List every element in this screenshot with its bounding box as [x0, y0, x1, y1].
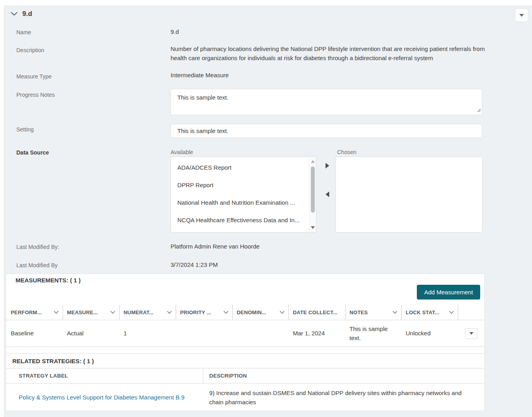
setting-label: Setting [16, 126, 34, 133]
column-header-measure[interactable]: MEASURE... [63, 305, 120, 320]
priority-cell [176, 320, 233, 347]
measurements-table: PERFORM... MEASURE... NUMERAT... PRIORIT… [6, 305, 484, 347]
panel-menu-button[interactable] [515, 8, 528, 22]
column-header-denominator[interactable]: DENOMIN... [233, 305, 289, 320]
progress-notes-textarea[interactable]: This is sample text. [171, 89, 482, 115]
setting-input[interactable] [171, 124, 482, 138]
caret-down-icon [519, 14, 524, 17]
list-item[interactable]: National Health and Nutrition Examinatio… [171, 194, 316, 211]
table-row: Policy & Systems Level Support for Diabe… [6, 384, 484, 411]
description-label: Description [16, 47, 44, 53]
column-header-priority[interactable]: PRIORITY ... [176, 305, 233, 320]
last-modified-by-label: Last Modified By: [16, 244, 59, 250]
chosen-listbox[interactable] [336, 157, 483, 233]
measure-cell: Actual [63, 320, 120, 347]
scroll-up-icon[interactable] [311, 160, 315, 163]
data-source-label: Data Source [16, 149, 49, 156]
sort-chevron-icon [447, 311, 454, 314]
collapse-chevron-icon[interactable] [11, 12, 18, 16]
add-measurement-button[interactable]: Add Measurement [417, 285, 480, 300]
progress-notes-label: Progress Notes [16, 92, 55, 98]
sort-chevron-icon [108, 311, 115, 314]
column-header-description: DESCRIPTION [203, 368, 484, 383]
scrollbar-thumb[interactable] [311, 166, 315, 213]
name-label: Name [16, 29, 31, 35]
column-header-numerator[interactable]: NUMERAT... [120, 305, 176, 320]
column-header-actions [458, 305, 484, 320]
list-item[interactable]: ADA/ADCES Report [171, 159, 316, 176]
sort-chevron-icon [221, 311, 228, 314]
related-strategies-table: STRATEGY LABEL DESCRIPTION Policy & Syst… [6, 368, 484, 411]
notes-cell: This is sample text. [346, 320, 402, 347]
scroll-down-icon[interactable] [311, 226, 315, 229]
measurements-table-header: PERFORM... MEASURE... NUMERAT... PRIORIT… [6, 305, 484, 320]
sort-chevron-icon [51, 311, 59, 314]
description-value: Number of pharmacy locations delivering … [171, 44, 489, 63]
measurements-heading: MEASUREMENTS: ( 1 ) [16, 277, 80, 284]
column-header-strategy-label: STRATEGY LABEL [6, 368, 203, 383]
date-collected-cell: Mar 1, 2024 [289, 320, 346, 347]
name-value: 9.d [171, 27, 179, 36]
column-header-date-collected[interactable]: DATE COLLECT... [289, 305, 346, 320]
available-list-label: Available [171, 149, 193, 155]
measure-detail-panel: 9.d Name 9.d Description Number of pharm… [4, 6, 532, 417]
sort-chevron-icon [165, 311, 172, 314]
denominator-cell [233, 320, 289, 347]
triangle-right-icon [326, 163, 329, 168]
row-actions-cell [458, 320, 484, 347]
column-header-lock-status[interactable]: LOCK STAT... [402, 305, 458, 320]
related-strategies-table-header: STRATEGY LABEL DESCRIPTION [6, 368, 484, 384]
list-item[interactable]: NCQA Healthcare Effectiveness Data and I… [171, 211, 316, 229]
lock-status-cell: Unlocked [402, 320, 458, 347]
strategy-description-cell: 9) Increase and sustain DSMES and Nation… [203, 384, 484, 411]
numerator-cell: 1 [120, 320, 176, 347]
section-divider [6, 353, 484, 354]
details-card: MEASUREMENTS: ( 1 ) Add Measurement PERF… [6, 274, 485, 411]
row-actions-button[interactable] [465, 328, 477, 339]
column-header-notes[interactable]: NOTES [346, 305, 402, 320]
available-list-scrollbar[interactable] [309, 157, 316, 232]
strategy-link[interactable]: Policy & Systems Level Support for Diabe… [19, 393, 185, 402]
strategy-label-cell: Policy & Systems Level Support for Diabe… [6, 384, 203, 411]
measure-type-value: Intermediate Measure [171, 70, 229, 80]
sort-chevron-icon [277, 311, 285, 314]
move-to-available-button[interactable] [323, 190, 332, 199]
related-strategies-heading: RELATED STRATEGIES: ( 1 ) [12, 358, 94, 364]
caret-down-icon [469, 332, 473, 335]
last-modified-by-value: Platform Admin Rene van Hoorde [171, 242, 259, 251]
table-row: Baseline Actual 1 Mar 1, 2024 This is sa… [6, 320, 484, 347]
measure-type-label: Measure Type [16, 73, 51, 80]
panel-header: 9.d [11, 10, 32, 18]
page-title: 9.d [22, 10, 32, 18]
chosen-list-label: Chosen [337, 149, 356, 155]
performance-cell: Baseline [6, 320, 63, 347]
last-modified-date-label: Last Modified By [16, 262, 58, 268]
list-item[interactable]: DPRP Report [171, 176, 316, 194]
progress-notes-field-wrap: This is sample text. [171, 89, 482, 115]
move-to-chosen-button[interactable] [323, 161, 332, 170]
last-modified-date-value: 3/7/2024 1:23 PM [171, 260, 218, 269]
column-header-performance[interactable]: PERFORM... [6, 305, 63, 320]
triangle-left-icon [326, 192, 329, 197]
sort-chevron-icon [390, 311, 397, 314]
available-listbox[interactable]: ADA/ADCES Report DPRP Report National He… [171, 157, 316, 233]
